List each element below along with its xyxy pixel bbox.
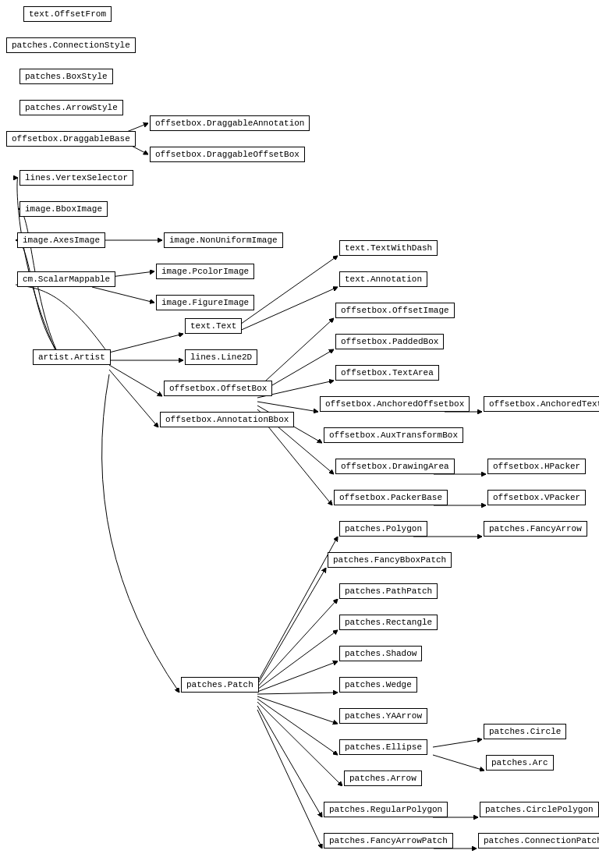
node-offsetbox-draggablebase: offsetbox.DraggableBase xyxy=(6,131,136,147)
svg-line-12 xyxy=(257,318,334,388)
node-patches-arrowstyle: patches.ArrowStyle xyxy=(19,100,123,115)
svg-line-27 xyxy=(257,693,338,694)
svg-line-9 xyxy=(109,370,158,427)
node-offsetbox-draggableoffsetbox: offsetbox.DraggableOffsetBox xyxy=(150,147,305,162)
node-patches-fancyarrowpatch: patches.FancyArrowPatch xyxy=(324,833,453,849)
node-offsetbox-draggableannotation: offsetbox.DraggableAnnotation xyxy=(150,115,310,131)
node-lines-vertexselector: lines.VertexSelector xyxy=(19,170,133,186)
node-offsetbox-vpacker: offsetbox.VPacker xyxy=(487,490,586,505)
node-patches-fancyarrow: patches.FancyArrow xyxy=(484,521,587,537)
node-text-textwithdash: text.TextWithDash xyxy=(339,240,438,256)
node-patches-connectionstyle: patches.ConnectionStyle xyxy=(6,37,136,53)
node-offsetbox-anchoredtext: offsetbox.AnchoredText xyxy=(484,396,599,412)
node-patches-circlepolygon: patches.CirclePolygon xyxy=(480,802,599,817)
node-patches-wedge: patches.Wedge xyxy=(339,677,417,693)
node-patches-rectangle: patches.Rectangle xyxy=(339,615,438,630)
node-patches-circle: patches.Circle xyxy=(484,724,566,739)
svg-line-15 xyxy=(257,402,318,412)
node-image-nonuniformimage: image.NonUniformImage xyxy=(164,232,283,248)
node-offsetbox-anchoredoffsetbox: offsetbox.AnchoredOffsetbox xyxy=(320,396,470,412)
node-patches-polygon: patches.Polygon xyxy=(339,521,427,537)
diagram-container: text.OffsetFrom patches.ConnectionStyle … xyxy=(0,0,599,868)
svg-line-32 xyxy=(257,710,322,849)
svg-line-34 xyxy=(433,739,482,747)
svg-line-31 xyxy=(257,706,322,817)
node-offsetbox-auxtransformbox: offsetbox.AuxTransformBox xyxy=(324,427,463,443)
svg-line-35 xyxy=(433,755,484,771)
node-patches-arc: patches.Arc xyxy=(486,755,554,771)
svg-line-25 xyxy=(257,630,338,689)
node-image-pcolorimage: image.PcolorImage xyxy=(156,264,254,279)
node-patches-regularpolygon: patches.RegularPolygon xyxy=(324,802,448,817)
node-patches-ellipse: patches.Ellipse xyxy=(339,739,427,755)
svg-line-30 xyxy=(257,702,342,786)
node-text-annotation: text.Annotation xyxy=(339,271,427,287)
node-patches-patch: patches.Patch xyxy=(181,677,259,693)
node-patches-connectionpatch: patches.ConnectionPatch xyxy=(478,833,599,849)
node-offsetbox-offsetimage: offsetbox.OffsetImage xyxy=(335,303,455,318)
svg-line-29 xyxy=(257,699,338,755)
node-offsetbox-annotationbbox: offsetbox.AnnotationBbox xyxy=(160,412,294,427)
svg-line-5 xyxy=(92,287,154,303)
node-offsetbox-drawingarea: offsetbox.DrawingArea xyxy=(335,459,455,474)
node-text-text: text.Text xyxy=(185,318,242,334)
svg-line-24 xyxy=(257,599,338,687)
node-cm-scalarmappable: cm.ScalarMappable xyxy=(17,271,115,287)
svg-line-8 xyxy=(109,365,162,396)
node-text-offsetfrom: text.OffsetFrom xyxy=(23,6,112,22)
node-patches-shadow: patches.Shadow xyxy=(339,646,422,661)
node-image-figureimage: image.FigureImage xyxy=(156,295,254,310)
svg-line-6 xyxy=(109,334,183,353)
svg-line-28 xyxy=(257,696,338,724)
node-offsetbox-packerbase: offsetbox.PackerBase xyxy=(334,490,448,505)
node-offsetbox-hpacker: offsetbox.HPacker xyxy=(487,459,586,474)
node-offsetbox-paddedbox: offsetbox.PaddedBox xyxy=(335,334,444,349)
node-offsetbox-offsetbox: offsetbox.OffsetBox xyxy=(164,381,272,396)
svg-line-22 xyxy=(257,537,338,682)
node-patches-arrow: patches.Arrow xyxy=(344,771,422,786)
node-lines-line2d: lines.Line2D xyxy=(185,349,257,365)
node-image-axesimage: image.AxesImage xyxy=(17,232,105,248)
node-artist-artist: artist.Artist xyxy=(33,349,111,365)
node-patches-pathpatch: patches.PathPatch xyxy=(339,583,438,599)
node-patches-boxstyle: patches.BoxStyle xyxy=(19,69,113,84)
node-patches-yaarrow: patches.YAArrow xyxy=(339,708,427,724)
node-patches-fancybboxpatch: patches.FancyBboxPatch xyxy=(328,552,452,568)
node-offsetbox-textarea: offsetbox.TextArea xyxy=(335,365,439,381)
node-image-bboximage: image.BboxImage xyxy=(19,201,108,217)
svg-line-26 xyxy=(257,661,338,692)
svg-line-23 xyxy=(257,568,326,685)
